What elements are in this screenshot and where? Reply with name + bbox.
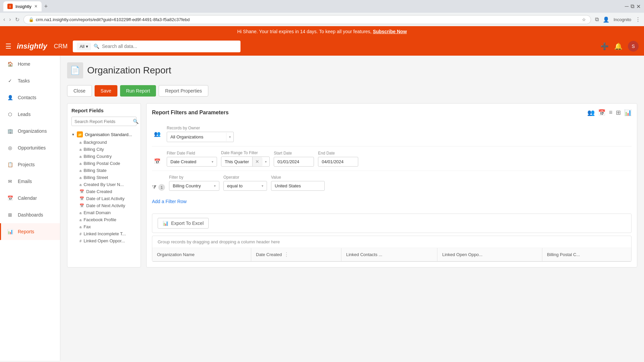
export-to-excel-button[interactable]: 📊 Export To Excel <box>158 218 209 229</box>
field-linked-open-opportunities[interactable]: # Linked Open Oppor... <box>79 237 137 244</box>
col-billing-postal[interactable]: Billing Postal C... <box>542 248 631 261</box>
field-background[interactable]: a Background <box>79 139 137 146</box>
field-label: Date Created <box>86 189 112 194</box>
account-icon[interactable]: 👤 <box>603 16 609 23</box>
field-label: Email Domain <box>84 210 111 215</box>
new-tab-icon[interactable]: + <box>44 3 48 10</box>
field-billing-street[interactable]: a Billing Street <box>79 174 137 181</box>
start-date-input[interactable] <box>274 157 314 167</box>
field-label: Date of Next Activity <box>86 203 125 208</box>
col-linked-contacts[interactable]: Linked Contacts ... <box>341 248 437 261</box>
sidebar-item-home[interactable]: 🏠 Home <box>0 56 60 72</box>
field-billing-state[interactable]: a Billing State <box>79 167 137 174</box>
field-label: Created By User N... <box>84 182 124 187</box>
col-linked-open-oppo[interactable]: Linked Open Oppo... <box>437 248 542 261</box>
field-facebook-profile[interactable]: a Facebook Profile <box>79 216 137 223</box>
hamburger-icon[interactable]: ☰ <box>5 42 11 50</box>
field-label: Billing State <box>84 168 107 173</box>
field-date-last-activity[interactable]: 📅 Date of Last Activity <box>79 195 137 202</box>
search-input[interactable] <box>102 44 237 49</box>
extensions-icon[interactable]: ⧉ <box>595 16 599 22</box>
url-bar[interactable]: 🔒 crm.na1.insightly.com/reports/edit?gui… <box>23 15 591 24</box>
bell-icon[interactable]: 🔔 <box>614 42 623 50</box>
field-linked-incomplete-tasks[interactable]: # Linked Incomplete T... <box>79 230 137 237</box>
calendar-icon: 📅 <box>6 194 14 202</box>
field-type-icon: a <box>79 176 82 180</box>
grid-view-icon[interactable]: ⊞ <box>616 109 621 116</box>
report-properties-button[interactable]: Report Properties <box>159 85 208 97</box>
sidebar-item-dashboards[interactable]: ⊞ Dashboards <box>0 206 60 223</box>
field-billing-country[interactable]: a Billing Country <box>79 153 137 160</box>
field-email-domain[interactable]: a Email Domain <box>79 209 137 216</box>
close-button[interactable]: Close <box>67 85 92 97</box>
field-billing-postal-code[interactable]: a Billing Postal Code <box>79 160 137 167</box>
app-header: ☰ insightly CRM All ▾ 🔍 ➕ 🔔 S <box>0 37 644 56</box>
minimize-icon[interactable]: ─ <box>625 3 629 10</box>
subscribe-link[interactable]: Subscribe Now <box>373 29 407 34</box>
field-created-by-user[interactable]: a Created By User N... <box>79 181 137 188</box>
sidebar-item-reports[interactable]: 📊 Reports <box>0 223 60 240</box>
menu-dots-icon[interactable]: ⋮ <box>635 16 641 23</box>
field-type-icon: a <box>79 169 82 173</box>
field-billing-city[interactable]: a Billing City <box>79 146 137 153</box>
sidebar-item-emails[interactable]: ✉ Emails <box>0 173 60 190</box>
operator-label: Operator <box>223 175 267 180</box>
bar-chart-icon[interactable]: 📊 <box>624 109 632 116</box>
field-search-input[interactable] <box>74 119 131 124</box>
run-report-button[interactable]: Run Report <box>120 85 156 97</box>
field-label: Date of Last Activity <box>86 196 124 201</box>
end-date-input[interactable] <box>318 157 358 167</box>
add-icon[interactable]: ➕ <box>600 42 609 50</box>
col-date-created[interactable]: Date Created ⋮ <box>251 248 341 261</box>
sidebar-item-tasks[interactable]: ✓ Tasks <box>0 72 60 89</box>
back-button[interactable]: ‹ <box>3 16 5 22</box>
sidebar-item-leads[interactable]: ⬡ Leads <box>0 106 60 123</box>
bookmark-icon[interactable]: ☆ <box>582 17 586 22</box>
sidebar-label-contacts: Contacts <box>18 95 36 100</box>
date-field-select[interactable]: Date Created ▾ <box>167 157 217 167</box>
sidebar-item-opportunities[interactable]: ◎ Opportunities <box>0 139 60 156</box>
field-label: Billing City <box>84 147 104 152</box>
date-filter-icon: 📅 <box>152 156 163 167</box>
date-range-clear-icon[interactable]: ✕ <box>252 157 262 166</box>
tree-root-item[interactable]: ▼ 📁 Organisation Standard... <box>71 130 137 139</box>
sidebar-item-contacts[interactable]: 👤 Contacts <box>0 89 60 106</box>
field-type-icon: a <box>79 162 82 166</box>
tab-close-icon[interactable]: ✕ <box>34 4 38 9</box>
save-button[interactable]: Save <box>95 85 117 97</box>
tab-favicon: i <box>7 4 13 9</box>
browser-controls: ‹ › ↻ 🔒 crm.na1.insightly.com/reports/ed… <box>0 13 644 26</box>
date-range-select[interactable]: This Quarter ✕ ▾ <box>221 157 270 167</box>
close-window-icon[interactable]: ✕ <box>636 3 641 10</box>
filter-icon[interactable]: ≡ <box>609 109 612 116</box>
people-filter-icon[interactable]: 👥 <box>587 109 595 116</box>
sidebar-item-calendar[interactable]: 📅 Calendar <box>0 190 60 206</box>
owner-select-container[interactable]: All Organizations ▾ <box>167 132 234 142</box>
field-date-created[interactable]: 📅 Date Created <box>79 188 137 195</box>
browser-tab[interactable]: i Insightly ✕ <box>3 1 42 11</box>
field-label: Billing Street <box>84 175 108 180</box>
filter-by-select[interactable]: Billing Country ▾ <box>169 181 219 191</box>
col-options-icon[interactable]: ⋮ <box>284 251 289 258</box>
calendar-filter-icon[interactable]: 📅 <box>598 109 605 116</box>
field-fax[interactable]: a Fax <box>79 223 137 230</box>
field-date-next-activity[interactable]: 📅 Date of Next Activity <box>79 202 137 209</box>
export-section: 📊 Export To Excel <box>152 214 632 233</box>
operator-select[interactable]: equal to ▾ <box>223 181 267 191</box>
operator-arrow-icon: ▾ <box>262 184 263 188</box>
forward-button[interactable]: › <box>9 16 11 22</box>
search-bar: All ▾ 🔍 <box>73 41 240 52</box>
col-org-name[interactable]: Organization Name <box>152 248 251 261</box>
reload-button[interactable]: ↻ <box>15 16 19 23</box>
maximize-icon[interactable]: ⧉ <box>631 3 634 10</box>
filter-value-input[interactable] <box>271 181 325 191</box>
billing-filter-row: ⧩ 1 Filter by Billing Country ▾ Operator <box>152 171 632 195</box>
sidebar-item-organizations[interactable]: 🏢 Organizations <box>0 123 60 139</box>
sidebar-item-projects[interactable]: 📋 Projects <box>0 156 60 173</box>
operator-field: Operator equal to ▾ <box>223 175 267 191</box>
field-search-icon: 🔍 <box>133 119 139 124</box>
search-scope-button[interactable]: All ▾ <box>77 43 91 50</box>
avatar[interactable]: S <box>628 41 639 52</box>
search-magnifier-icon: 🔍 <box>94 44 99 49</box>
add-filter-link[interactable]: Add a Filter Row <box>152 195 632 208</box>
